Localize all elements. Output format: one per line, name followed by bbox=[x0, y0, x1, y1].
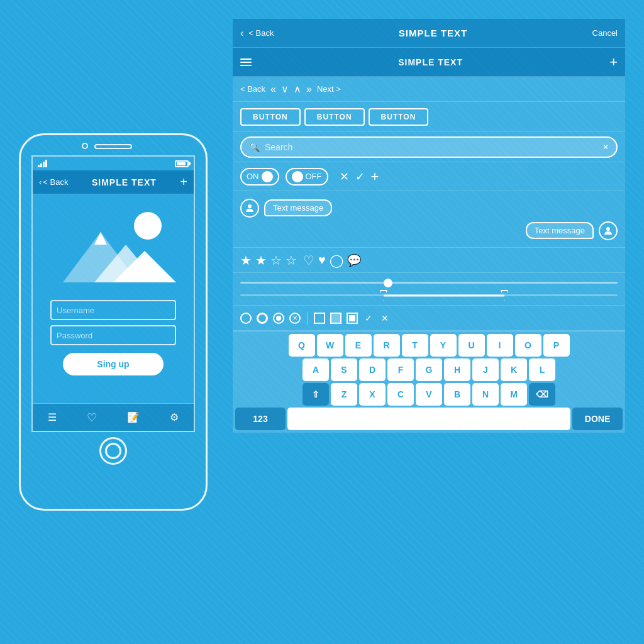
checkbox-empty[interactable] bbox=[314, 313, 325, 324]
phone-back-label[interactable]: < Back bbox=[43, 177, 68, 187]
key-x[interactable]: X bbox=[359, 383, 386, 406]
buttons-row[interactable]: BUTTON BUTTON BUTTON bbox=[233, 102, 625, 132]
phone-bottom-nav[interactable]: ☰ ♡ 📝 ⚙ bbox=[33, 403, 194, 431]
keyboard-row-1[interactable]: Q W E R T Y U I O P bbox=[235, 334, 623, 357]
key-j[interactable]: J bbox=[472, 358, 499, 381]
star-filled-1[interactable]: ★ bbox=[240, 253, 252, 268]
slider-1-container[interactable] bbox=[240, 278, 618, 288]
key-e[interactable]: E bbox=[345, 334, 372, 357]
nav-back-label[interactable]: < Back bbox=[240, 84, 265, 94]
star-filled-2[interactable]: ★ bbox=[255, 253, 267, 268]
password-input[interactable]: Password bbox=[50, 325, 176, 345]
chevron-up-icon[interactable]: ∧ bbox=[294, 83, 301, 95]
search-placeholder[interactable]: Search bbox=[265, 142, 292, 152]
key-t[interactable]: T bbox=[402, 334, 428, 357]
key-v[interactable]: V bbox=[416, 383, 442, 406]
plus-controls-icon[interactable]: + bbox=[371, 169, 379, 185]
key-d[interactable]: D bbox=[359, 358, 386, 381]
key-m[interactable]: M bbox=[501, 383, 527, 406]
phone-status-bar bbox=[33, 157, 194, 170]
key-i[interactable]: I bbox=[487, 334, 513, 357]
note-icon[interactable]: 📝 bbox=[127, 411, 140, 423]
radio-checked[interactable] bbox=[273, 313, 284, 324]
button-1[interactable]: BUTTON bbox=[240, 108, 301, 126]
checkbox-checked[interactable] bbox=[347, 313, 358, 324]
key-l[interactable]: L bbox=[529, 358, 555, 381]
check-symbol[interactable]: ✓ bbox=[363, 313, 374, 324]
nav-next-label[interactable]: Next > bbox=[317, 84, 341, 94]
star-empty-2[interactable]: ☆ bbox=[286, 253, 297, 268]
shift-key[interactable]: ⇧ bbox=[303, 383, 329, 406]
numbers-key[interactable]: 123 bbox=[235, 408, 286, 430]
keyboard-bottom-row[interactable]: 123 DONE bbox=[235, 408, 623, 430]
bubble-filled-icon[interactable]: 💬 bbox=[347, 253, 361, 267]
key-f[interactable]: F bbox=[387, 358, 414, 381]
phone-add-button[interactable]: + bbox=[180, 175, 187, 189]
delete-key[interactable]: ⌫ bbox=[529, 383, 555, 406]
menu-icon[interactable]: ☰ bbox=[48, 411, 57, 423]
double-chevron-left-icon[interactable]: « bbox=[270, 84, 276, 95]
key-a[interactable]: A bbox=[303, 358, 329, 381]
button-3[interactable]: BUTTON bbox=[369, 108, 429, 126]
key-s[interactable]: S bbox=[331, 358, 357, 381]
phone-nav-bar[interactable]: ‹ < Back SIMPLE TEXT + bbox=[33, 170, 194, 194]
key-c[interactable]: C bbox=[387, 383, 414, 406]
key-n[interactable]: N bbox=[472, 383, 499, 406]
key-u[interactable]: U bbox=[458, 334, 485, 357]
toggles-row[interactable]: ON OFF ✕ ✓ + bbox=[233, 162, 625, 191]
checkbox-partial[interactable] bbox=[330, 313, 341, 324]
radio-ring[interactable] bbox=[257, 313, 268, 324]
plus-icon[interactable]: + bbox=[609, 54, 618, 70]
key-g[interactable]: G bbox=[416, 358, 442, 381]
key-r[interactable]: R bbox=[374, 334, 400, 357]
signup-button[interactable]: Sing up bbox=[63, 353, 164, 375]
home-button[interactable] bbox=[99, 437, 127, 465]
key-w[interactable]: W bbox=[317, 334, 343, 357]
key-z[interactable]: Z bbox=[331, 383, 357, 406]
chevron-down-icon[interactable]: ∨ bbox=[281, 83, 289, 95]
search-bar[interactable]: 🔍 Search ✕ bbox=[240, 136, 618, 158]
radio-empty[interactable] bbox=[240, 313, 252, 324]
search-clear-icon[interactable]: ✕ bbox=[602, 143, 609, 152]
keyboard-row-3[interactable]: ⇧ Z X C V B N M ⌫ bbox=[235, 383, 623, 406]
hamburger-icon[interactable] bbox=[240, 58, 252, 66]
radio-x[interactable]: ✕ bbox=[289, 313, 301, 324]
heart-filled-icon[interactable]: ♥ bbox=[318, 253, 326, 267]
phone-nav-title: SIMPLE TEXT bbox=[92, 177, 157, 187]
star-empty-1[interactable]: ☆ bbox=[270, 253, 282, 268]
key-h[interactable]: H bbox=[444, 358, 470, 381]
home-button-inner bbox=[105, 443, 121, 459]
bubble-empty-icon[interactable]: ◯ bbox=[330, 253, 343, 268]
key-q[interactable]: Q bbox=[289, 334, 315, 357]
key-p[interactable]: P bbox=[543, 334, 570, 357]
key-o[interactable]: O bbox=[515, 334, 541, 357]
toggle-off[interactable]: OFF bbox=[286, 168, 328, 186]
phone-back-button[interactable]: ‹ < Back bbox=[39, 177, 68, 187]
cancel-label[interactable]: Cancel bbox=[592, 28, 618, 38]
username-input[interactable]: Username bbox=[50, 300, 176, 320]
slider-2-container[interactable] bbox=[240, 291, 618, 301]
heart-empty-icon[interactable]: ♡ bbox=[303, 253, 314, 268]
nav-arrows-row[interactable]: < Back « ∨ ∧ » Next > bbox=[233, 77, 625, 102]
back-label[interactable]: < Back bbox=[248, 28, 274, 38]
key-k[interactable]: K bbox=[501, 358, 527, 381]
navbar-row-1[interactable]: ‹ < Back SIMPLE TEXT Cancel bbox=[233, 19, 625, 48]
x-symbol[interactable]: ✕ bbox=[379, 313, 391, 324]
key-b[interactable]: B bbox=[444, 383, 470, 406]
keyboard-row-2[interactable]: A S D F G H J K L bbox=[235, 358, 623, 381]
heart-icon[interactable]: ♡ bbox=[87, 411, 97, 425]
keyboard-section[interactable]: Q W E R T Y U I O P A S D F G H J K bbox=[233, 331, 625, 433]
double-chevron-right-icon[interactable]: » bbox=[306, 84, 312, 95]
done-key[interactable]: DONE bbox=[572, 408, 623, 430]
navbar-row-2[interactable]: SIMPLE TEXT + bbox=[233, 48, 625, 77]
search-row[interactable]: 🔍 Search ✕ bbox=[233, 132, 625, 162]
toggle-on[interactable]: ON bbox=[240, 168, 279, 186]
checks-radios-row[interactable]: ✕ ✓ ✕ bbox=[233, 306, 625, 331]
gear-icon[interactable]: ⚙ bbox=[170, 411, 179, 423]
space-key[interactable] bbox=[287, 408, 570, 430]
key-y[interactable]: Y bbox=[430, 334, 457, 357]
stars-hearts-row[interactable]: ★ ★ ☆ ☆ ♡ ♥ ◯ 💬 bbox=[233, 248, 625, 273]
slider-1-thumb[interactable] bbox=[384, 279, 392, 287]
button-2[interactable]: BUTTON bbox=[304, 108, 365, 126]
sliders-row[interactable] bbox=[233, 273, 625, 306]
